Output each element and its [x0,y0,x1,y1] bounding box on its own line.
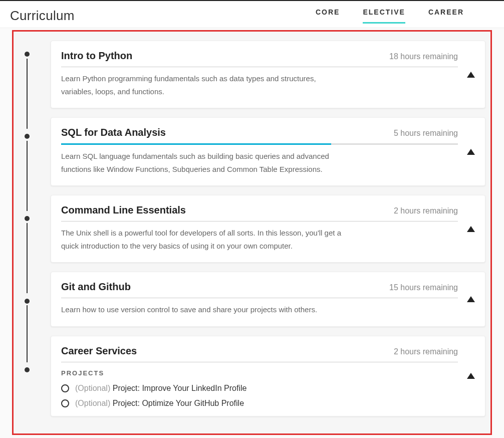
course-remaining: 2 hours remaining [394,347,458,356]
tab-elective[interactable]: ELECTIVE [363,8,405,24]
course-title: Career Services [61,345,137,357]
collapse-icon[interactable] [467,149,475,155]
progress-fill [61,143,331,145]
project-text: (Optional) Project: Improve Your LinkedI… [75,384,246,393]
collapse-icon[interactable] [467,72,475,78]
collapse-icon[interactable] [467,373,475,379]
timeline-dot-icon [25,367,30,372]
course-remaining: 2 hours remaining [394,206,458,215]
course-card[interactable]: SQL for Data Analysis 5 hours remaining … [51,117,485,186]
course-card[interactable]: Career Services 2 hours remaining PROJEC… [51,336,485,416]
tab-core[interactable]: CORE [316,8,340,24]
collapse-icon[interactable] [467,226,475,232]
course-title: Command Line Essentials [61,204,186,216]
course-remaining: 5 hours remaining [394,129,458,138]
course-description: Learn how to use version control to save… [61,303,342,316]
project-name: Project: Improve Your LinkedIn Profile [113,384,247,392]
highlighted-region: Intro to Python 18 hours remaining Learn… [12,30,492,435]
projects-label: PROJECTS [61,369,458,377]
timeline-line-icon [27,59,28,129]
course-card[interactable]: Intro to Python 18 hours remaining Learn… [51,41,485,108]
timeline-dot-icon [25,134,30,139]
course-description: Learn Python programming fundamentals su… [61,72,342,98]
project-text: (Optional) Project: Optimize Your GitHub… [75,399,244,408]
optional-prefix: (Optional) [75,399,110,407]
page-title: Curriculum [10,8,75,24]
course-description: The Unix shell is a powerful tool for de… [61,227,342,252]
timeline-dot-icon [25,216,30,221]
timeline-line-icon [27,141,28,211]
unchecked-circle-icon [61,384,69,392]
course-remaining: 15 hours remaining [389,283,458,292]
tab-row: CORE ELECTIVE CAREER [316,8,494,24]
project-item[interactable]: (Optional) Project: Optimize Your GitHub… [61,396,458,411]
tab-career[interactable]: CAREER [428,8,464,24]
course-card[interactable]: Git and Github 15 hours remaining Learn … [51,272,485,327]
optional-prefix: (Optional) [75,384,110,392]
unchecked-circle-icon [61,399,69,407]
course-remaining: 18 hours remaining [389,52,458,61]
header-bar: Curriculum CORE ELECTIVE CAREER [0,0,504,28]
collapse-icon[interactable] [467,296,475,302]
course-title: SQL for Data Analysis [61,127,166,138]
timeline-line-icon [27,305,28,362]
course-description: Learn SQL language fundamentals such as … [61,150,342,175]
course-title: Git and Github [61,281,131,293]
course-card[interactable]: Command Line Essentials 2 hours remainin… [51,195,485,263]
course-timeline: Intro to Python 18 hours remaining Learn… [19,41,485,416]
project-item[interactable]: (Optional) Project: Improve Your LinkedI… [61,381,458,396]
project-name: Project: Optimize Your GitHub Profile [113,399,244,407]
progress-bar [61,143,458,145]
course-title: Intro to Python [61,50,132,62]
timeline-line-icon [27,223,28,293]
timeline-dot-icon [25,299,30,304]
timeline-dot-icon [25,52,30,57]
